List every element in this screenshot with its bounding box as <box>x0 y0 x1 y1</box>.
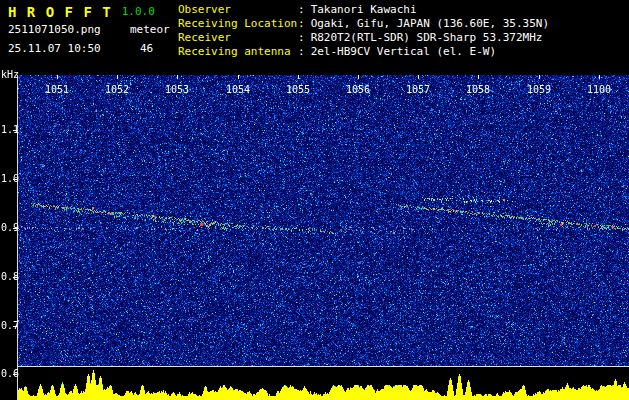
time-tick-label: 1056 <box>343 84 373 95</box>
freq-tick-label: 0.8 <box>1 271 19 282</box>
station-info-block: Observer:Takanori KawachiReceiving Locat… <box>178 3 549 59</box>
output-filename: 2511071050.png <box>8 23 130 36</box>
freq-tick-label: 0.9 <box>1 222 19 233</box>
title-row: H R O F F T1.0.0 <box>8 2 155 21</box>
freq-axis-unit: kHz <box>1 69 19 80</box>
header-bar: H R O F F T1.0.0 2511071050.pngmeteor 25… <box>0 0 629 70</box>
freq-tick-label: 0.7 <box>1 320 19 331</box>
station-info-separator: : <box>298 45 305 58</box>
station-info-row: Observer:Takanori Kawachi <box>178 3 549 17</box>
time-tick-label: 1055 <box>283 84 313 95</box>
spectrogram-canvas <box>0 70 629 400</box>
station-info-row: Receiving antenna:2el-HB9CV Vertical (el… <box>178 45 549 59</box>
station-info-value: Takanori Kawachi <box>311 3 417 16</box>
time-tick-label: 1057 <box>403 84 433 95</box>
image-count: 46 <box>140 42 153 55</box>
time-tick-label: 1054 <box>223 84 253 95</box>
station-info-separator: : <box>298 17 305 30</box>
station-info-row: Receiving Location:Ogaki, Gifu, JAPAN (1… <box>178 17 549 31</box>
time-tick-label: 1059 <box>524 84 554 95</box>
app-version-label: 1.0.0 <box>122 5 155 18</box>
station-info-value: 2el-HB9CV Vertical (el. E-W) <box>311 45 496 58</box>
station-info-label: Receiving Location <box>178 17 298 31</box>
station-info-label: Receiving antenna <box>178 45 298 59</box>
time-tick-label: 1053 <box>162 84 192 95</box>
station-info-separator: : <box>298 31 305 44</box>
station-info-row: Receiver:R820T2(RTL-SDR) SDR-Sharp 53.37… <box>178 31 549 45</box>
hrofft-app-window: H R O F F T1.0.0 2511071050.pngmeteor 25… <box>0 0 629 400</box>
freq-tick-label: 1.0 <box>1 173 19 184</box>
station-info-value: Ogaki, Gifu, JAPAN (136.60E, 35.35N) <box>311 17 549 30</box>
time-tick-label: 1058 <box>463 84 493 95</box>
time-tick-label: 1052 <box>102 84 132 95</box>
time-tick-label: 1100 <box>584 84 614 95</box>
file-row: 2511071050.pngmeteor <box>8 23 170 36</box>
freq-tick-label: 1.1 <box>1 124 19 135</box>
app-title: H R O F F T <box>8 4 112 20</box>
station-info-label: Receiver <box>178 31 298 45</box>
current-datetime: 25.11.07 10:50 <box>8 42 140 55</box>
time-row: 25.11.07 10:5046 <box>8 42 153 55</box>
time-tick-label: 1051 <box>42 84 72 95</box>
observation-mode-label: meteor <box>130 23 170 36</box>
station-info-label: Observer <box>178 3 298 17</box>
station-info-value: R820T2(RTL-SDR) SDR-Sharp 53.372MHz <box>311 31 543 44</box>
freq-tick-label: 0.6 <box>1 368 19 379</box>
station-info-separator: : <box>298 3 305 16</box>
